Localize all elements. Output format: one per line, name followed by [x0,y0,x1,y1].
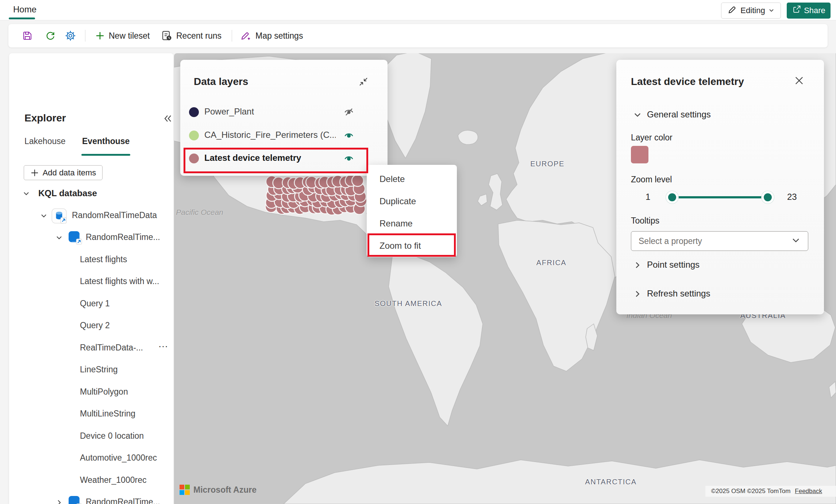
chevron-right-icon[interactable] [55,499,63,504]
add-data-items-label: Add data items [43,168,96,178]
section-refresh-settings[interactable]: Refresh settings [616,285,824,303]
more-options-icon[interactable]: … [158,338,169,350]
refresh-icon [45,31,55,41]
new-tileset-button[interactable]: New tileset [95,24,150,47]
collapse-panel-icon[interactable] [358,77,369,88]
tree-item-query-2[interactable]: Query 2 [9,315,173,337]
eventhouse-tab-active-underline [81,154,130,156]
settings-button[interactable] [65,24,76,47]
refresh-settings-label: Refresh settings [647,288,710,299]
tab-lakehouse[interactable]: Lakehouse [24,136,66,146]
tree-item-query-1[interactable]: Query 1 [9,293,173,315]
add-data-items-button[interactable]: Add data items [24,165,103,180]
tree-item-latest-flights-with-w[interactable]: Latest flights with w... [9,271,173,293]
chevron-down-icon [633,111,642,121]
tree-item-label: RealTimeData-... [80,343,143,353]
editing-label: Editing [740,6,765,15]
feedback-link[interactable]: Feedback [795,488,822,495]
chevron-right-icon [633,261,642,271]
tooltips-dropdown-placeholder: Select a property [639,236,702,246]
layer-color-dot [189,131,199,140]
tree-item-automotive-1000rec[interactable]: Automotive_1000rec [9,447,173,469]
gear-icon [65,30,76,41]
collapse-sidebar-icon[interactable] [162,113,173,125]
azure-maps-logo: Microsoft Azure [180,485,257,495]
menu-item-zoom-to-fit[interactable]: Zoom to fit [367,234,457,257]
tree-item-multilinestring[interactable]: MultiLineString [9,403,173,425]
explorer-title: Explorer [24,112,66,124]
tab-home[interactable]: Home [9,0,41,19]
recent-runs-label: Recent runs [176,31,221,41]
visibility-off-icon[interactable] [343,106,355,119]
layer-row-ca-historic-fire-perimeters-c[interactable]: CA_Historic_Fire_Perimeters (C... [180,124,388,147]
menu-item-rename[interactable]: Rename [367,212,457,234]
tree-item-randomrealtime[interactable]: RandomRealTime... [9,492,173,504]
chevron-right-icon [633,290,642,300]
close-icon[interactable] [794,75,805,88]
tree-item-device-0-location[interactable]: Device 0 location [9,426,173,447]
settings-panel-title: Latest device telemetry [631,76,744,88]
recent-runs-icon [161,30,172,41]
tree-item-label: Latest flights [80,255,127,264]
tab-eventhouse[interactable]: Eventhouse [82,136,130,146]
table-icon [68,230,82,246]
editing-mode-button[interactable]: Editing [721,3,781,19]
map-settings-icon [240,30,251,41]
chevron-down-icon[interactable] [40,212,48,221]
tree-item-label: Weather_1000rec [80,475,146,485]
zoom-slider-handle-min[interactable] [666,191,678,203]
zoom-slider-track[interactable] [672,196,768,198]
chevron-down-icon[interactable] [55,234,63,243]
tree-item-linestring[interactable]: LineString [9,359,173,381]
toolbar-divider [232,30,232,42]
tree-item-label: RandomRealTime... [86,232,160,242]
copyright-text: ©2025 OSM ©2025 TomTom [711,488,791,495]
top-bar: Home Editing Share [0,0,836,20]
zoom-max-value: 23 [787,192,797,202]
share-icon [792,5,801,16]
chevron-down-icon[interactable] [22,190,30,199]
kql-database-icon [51,208,67,225]
map-attribution: ©2025 OSM ©2025 TomTom Feedback [705,486,836,497]
tree-item-label: MultiLineString [80,409,135,419]
save-icon [22,31,32,41]
tree-item-kql-database[interactable]: KQL database [9,183,173,205]
layer-row-power-plant[interactable]: Power_Plant [180,100,388,124]
table-icon [68,495,82,504]
layer-row-latest-device-telemetry[interactable]: Latest device telemetry [180,147,388,170]
refresh-button[interactable] [45,24,55,47]
chevron-down-icon [768,6,774,15]
zoom-level-label: Zoom level [631,175,672,185]
azure-brand-text: Microsoft Azure [193,485,257,495]
tree-item-randomrealtime[interactable]: RandomRealTime... [9,227,173,249]
layer-settings-panel: Latest device telemetry General settings… [616,60,824,314]
tree-item-randomrealtimedata[interactable]: RandomRealTimeData [9,205,173,227]
recent-runs-button[interactable]: Recent runs [161,24,221,47]
tree-item-latest-flights[interactable]: Latest flights [9,249,173,271]
visibility-on-icon[interactable] [343,129,355,143]
data-layers-title: Data layers [194,76,248,88]
toolbar-divider [85,30,85,42]
map-settings-button[interactable]: Map settings [240,24,303,47]
layer-color-dot [189,107,199,117]
tooltips-property-dropdown[interactable]: Select a property [631,231,808,251]
tree-item-label: Device 0 location [80,431,144,441]
section-point-settings[interactable]: Point settings [616,256,824,274]
tree-item-realtimedata[interactable]: RealTimeData-...… [9,337,173,359]
share-button[interactable]: Share [787,3,831,19]
visibility-on-icon[interactable] [343,152,355,166]
save-button[interactable] [22,24,32,47]
tree-item-multipolygon[interactable]: MultiPolygon [9,381,173,403]
section-general-settings[interactable]: General settings [616,106,824,124]
tree-item-weather-1000rec[interactable]: Weather_1000rec [9,470,173,492]
data-layers-panel: Data layers Power_PlantCA_Historic_Fire_… [180,60,388,176]
tree-item-label: Automotive_1000rec [80,453,157,463]
layer-color-swatch[interactable] [631,146,648,163]
layer-name: CA_Historic_Fire_Perimeters (C... [204,130,336,140]
microsoft-logo-icon [180,485,190,495]
home-tab-active-underline [9,18,35,19]
zoom-slider-handle-max[interactable] [762,191,774,203]
menu-item-duplicate[interactable]: Duplicate [367,190,457,212]
zoom-min-value: 1 [646,192,650,202]
menu-item-delete[interactable]: Delete [367,168,457,190]
